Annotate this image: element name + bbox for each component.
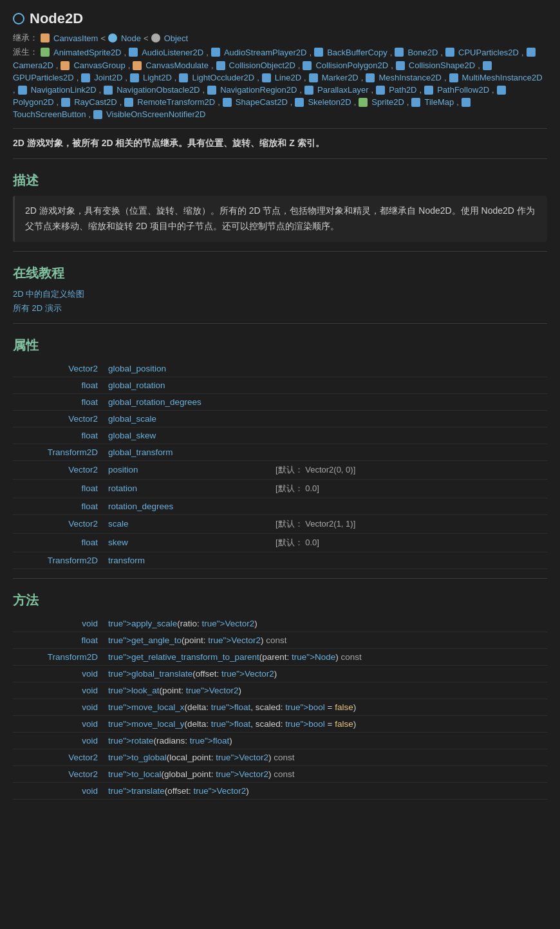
derived-shapecast2d[interactable]: ShapeCast2D bbox=[236, 97, 288, 107]
method-row: void true">move_local_x(delta: true">flo… bbox=[13, 699, 547, 715]
inherit-object[interactable]: Object bbox=[164, 33, 189, 43]
prop-type-link[interactable]: Vector2 bbox=[68, 414, 98, 424]
derived-audiostreamplayer2d[interactable]: AudioStreamPlayer2D bbox=[224, 48, 307, 57]
prop-type-link[interactable]: float bbox=[81, 431, 98, 440]
method-signature: true">look_at(point: true">Vector2) bbox=[103, 682, 547, 699]
prop-type-link[interactable]: float bbox=[81, 380, 98, 390]
prop-type-link[interactable]: Vector2 bbox=[68, 364, 98, 373]
method-signature: true">move_local_y(delta: true">float, s… bbox=[103, 715, 547, 732]
derived-marker2d[interactable]: Marker2D bbox=[322, 73, 359, 82]
prop-name-link[interactable]: global_skew bbox=[108, 431, 156, 440]
prop-name-link[interactable]: skew bbox=[108, 538, 128, 547]
derived-canvasgroup[interactable]: CanvasGroup bbox=[73, 61, 125, 70]
method-name-link: true">translate bbox=[108, 786, 165, 796]
prop-type-link[interactable]: float bbox=[81, 538, 98, 547]
tutorial-link-2[interactable]: 所有 2D 演示 bbox=[13, 303, 547, 314]
derived-polygon2d[interactable]: Polygon2D bbox=[13, 97, 54, 107]
node-icon bbox=[108, 33, 117, 42]
method-ret-link[interactable]: void bbox=[82, 619, 98, 628]
derived-navigationlink2d[interactable]: NavigationLink2D bbox=[31, 85, 97, 95]
derived-gpuparticles2d[interactable]: GPUParticles2D bbox=[13, 73, 74, 82]
method-ret-link[interactable]: void bbox=[82, 786, 98, 796]
inherit-node[interactable]: Node bbox=[121, 33, 141, 43]
method-ret-link[interactable]: void bbox=[82, 736, 98, 746]
gpuparticles-icon bbox=[483, 61, 492, 70]
prop-name-link[interactable]: global_position bbox=[108, 364, 166, 373]
derived-line2d[interactable]: Line2D bbox=[275, 73, 301, 82]
cpuparticles-icon bbox=[445, 48, 454, 57]
method-signature: true">rotate(radians: true">float) bbox=[103, 732, 547, 749]
method-signature: true">to_local(global_point: true">Vecto… bbox=[103, 765, 547, 782]
method-signature: true">translate(offset: true">Vector2) bbox=[103, 782, 547, 799]
prop-default bbox=[270, 410, 547, 427]
method-row: Transform2D true">get_relative_transform… bbox=[13, 648, 547, 665]
derived-sprite2d[interactable]: Sprite2D bbox=[371, 97, 404, 107]
prop-name-link[interactable]: global_transform bbox=[108, 447, 173, 457]
prop-name: global_rotation_degrees bbox=[103, 393, 270, 410]
prop-name-link[interactable]: global_rotation_degrees bbox=[108, 397, 201, 407]
collisionobj-icon bbox=[216, 61, 225, 70]
method-ret-link[interactable]: void bbox=[82, 686, 98, 695]
prop-name-link[interactable]: rotation bbox=[108, 483, 137, 493]
prop-name-link[interactable]: position bbox=[108, 465, 138, 474]
method-ret-link[interactable]: Transform2D bbox=[48, 652, 98, 662]
derived-collisionpolygon2d[interactable]: CollisionPolygon2D bbox=[315, 61, 388, 70]
prop-type-link[interactable]: Vector2 bbox=[68, 465, 98, 474]
method-ret-link[interactable]: float bbox=[81, 635, 98, 645]
derived-meshinstance2d[interactable]: MeshInstance2D bbox=[378, 73, 442, 82]
marker-icon bbox=[309, 73, 318, 82]
derived-collisionobject2d[interactable]: CollisionObject2D bbox=[229, 61, 295, 70]
prop-type-link[interactable]: Transform2D bbox=[48, 447, 98, 457]
prop-type-link[interactable]: float bbox=[81, 397, 98, 407]
method-name-link: true">apply_scale bbox=[108, 619, 177, 628]
derived-camera2d[interactable]: Camera2D bbox=[13, 61, 53, 70]
method-ret-link[interactable]: Vector2 bbox=[68, 753, 98, 762]
pathfollow-icon bbox=[424, 86, 433, 95]
prop-type-link[interactable]: float bbox=[81, 502, 98, 511]
prop-name-link[interactable]: transform bbox=[108, 556, 145, 565]
derived-pathfollow2d[interactable]: PathFollow2D bbox=[437, 85, 489, 95]
prop-type-link[interactable]: Transform2D bbox=[48, 556, 98, 565]
method-ret-link[interactable]: void bbox=[82, 702, 98, 712]
derived-joint2d[interactable]: Joint2D bbox=[94, 73, 122, 82]
derived-navigationregion2d[interactable]: NavigationRegion2D bbox=[220, 85, 297, 95]
method-ret-link[interactable]: void bbox=[82, 669, 98, 679]
derived-remotetransform2d[interactable]: RemoteTransform2D bbox=[137, 97, 215, 107]
param-type-link: true">Vector2 bbox=[208, 635, 261, 645]
derived-visibleonscreennotifier2d[interactable]: VisibleOnScreenNotifier2D bbox=[106, 109, 205, 119]
derived-parallaxlayer[interactable]: ParallaxLayer bbox=[317, 85, 369, 95]
derived-path2d[interactable]: Path2D bbox=[389, 85, 416, 95]
method-row: void true">translate(offset: true">Vecto… bbox=[13, 782, 547, 799]
derived-collisionshape2d[interactable]: CollisionShape2D bbox=[409, 61, 475, 70]
prop-name-link[interactable]: scale bbox=[108, 519, 129, 529]
prop-name-link[interactable]: global_scale bbox=[108, 414, 156, 424]
derived-navigationobstacle2d[interactable]: NavigationObstacle2D bbox=[117, 85, 200, 95]
prop-type-link[interactable]: Vector2 bbox=[68, 519, 98, 529]
derived-canvasmodulate[interactable]: CanvasModulate bbox=[145, 61, 209, 70]
prop-type-link[interactable]: float bbox=[81, 483, 98, 493]
prop-default: [默认： Vector2(1, 1)] bbox=[270, 514, 547, 533]
divider-1 bbox=[13, 128, 547, 129]
derived-cpuparticles2d[interactable]: CPUParticles2D bbox=[458, 48, 519, 57]
derived-skeleton2d[interactable]: Skeleton2D bbox=[308, 97, 351, 107]
derived-tilemap[interactable]: TileMap bbox=[424, 97, 454, 107]
derived-light2d[interactable]: Light2D bbox=[143, 73, 172, 82]
derived-multimeshinstance2d[interactable]: MultiMeshInstance2D bbox=[462, 73, 543, 82]
method-return-type: void bbox=[13, 715, 103, 732]
derived-audiolistener2d[interactable]: AudioListener2D bbox=[142, 48, 203, 57]
method-ret-link[interactable]: Vector2 bbox=[68, 769, 98, 779]
derived-lightoccluder2d[interactable]: LightOccluder2D bbox=[192, 73, 254, 82]
inherit-canvasitem[interactable]: CanvasItem bbox=[53, 33, 98, 43]
derived-touchscreenbutton[interactable]: TouchScreenButton bbox=[13, 109, 86, 119]
derived-backbuffercopy[interactable]: BackBufferCopy bbox=[327, 48, 387, 57]
touchscreenbutton-icon bbox=[462, 98, 471, 107]
method-ret-link[interactable]: void bbox=[82, 719, 98, 729]
derived-bone2d[interactable]: Bone2D bbox=[407, 48, 438, 57]
prop-name: scale bbox=[103, 514, 270, 533]
multimesh-icon bbox=[449, 73, 458, 82]
prop-name-link[interactable]: rotation_degrees bbox=[108, 502, 173, 511]
derived-animatedsprite2d[interactable]: AnimatedSprite2D bbox=[53, 48, 122, 57]
tutorial-link-1[interactable]: 2D 中的自定义绘图 bbox=[13, 288, 547, 300]
derived-raycast2d[interactable]: RayCast2D bbox=[74, 97, 117, 107]
prop-name-link[interactable]: global_rotation bbox=[108, 380, 165, 390]
